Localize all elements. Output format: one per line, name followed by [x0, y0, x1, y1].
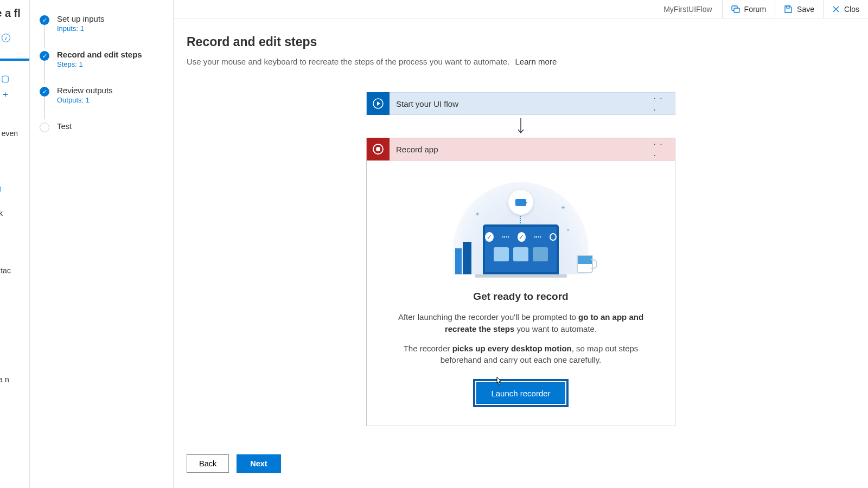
step-done-icon: ✓: [40, 15, 49, 25]
step-label: Review outputs: [57, 86, 113, 95]
step-connector: [44, 97, 45, 119]
next-button[interactable]: Next: [237, 454, 280, 473]
record-panel: ✦ ✦ • ✓✓ Get ready to record: [366, 160, 675, 426]
mini-icons: ▢ ＋: [0, 73, 30, 106]
play-icon: [367, 92, 390, 115]
text-fragment: email a n: [0, 375, 9, 384]
step-label: Record and edit steps: [57, 50, 142, 59]
grid-icon[interactable]: ▢: [1, 73, 30, 84]
step-pending-icon: [40, 123, 49, 132]
record-app-card[interactable]: Record app · · ·: [366, 138, 675, 160]
launch-focus-ring: Launch recorder: [473, 379, 568, 407]
step-sublabel[interactable]: Inputs: 1: [57, 24, 105, 33]
text-fragment: late i: [0, 184, 1, 194]
description-text: Use your mouse and keyboard to recreate …: [187, 57, 509, 66]
start-flow-card[interactable]: Start your UI flow · · ·: [366, 92, 675, 115]
step-test[interactable]: Test: [40, 121, 163, 148]
svg-point-5: [376, 147, 380, 151]
svg-rect-2: [787, 6, 789, 8]
close-icon: [832, 5, 840, 13]
record-illustration: ✦ ✦ • ✓✓: [442, 172, 599, 281]
back-button[interactable]: Back: [187, 454, 229, 473]
close-button[interactable]: Clos: [823, 0, 868, 18]
content-area: Record and edit steps Use your mouse and…: [174, 18, 868, 445]
camera-icon: [508, 190, 533, 215]
text-fragment: mail attac: [0, 266, 11, 275]
step-sublabel[interactable]: Steps: 1: [57, 60, 142, 68]
page-heading: Record and edit steps: [187, 35, 855, 49]
step-connector: [44, 25, 45, 48]
text-fragment: te work: [0, 209, 3, 217]
card-title: Record app: [396, 145, 438, 154]
step-label: Set up inputs: [57, 14, 105, 23]
step-inputs[interactable]: ✓ Set up inputs Inputs: 1: [40, 14, 163, 50]
main-panel: MyFirstUIFlow Forum Save Clos: [174, 0, 868, 488]
app-root: ake a fl i ▢ ＋ mated even late i te work…: [0, 0, 868, 488]
nav-left-partial: ake a fl i ▢ ＋ mated even late i te work…: [0, 0, 30, 488]
learn-more-link[interactable]: Learn more: [515, 57, 557, 66]
plus-icon[interactable]: ＋: [1, 89, 30, 100]
forum-label: Forum: [744, 5, 766, 14]
more-icon[interactable]: · · ·: [653, 93, 668, 115]
flow-canvas: Start your UI flow · · · Record app · · …: [366, 92, 675, 426]
topbar: MyFirstUIFlow Forum Save Clos: [174, 0, 868, 18]
text-fragment: mated even: [0, 129, 18, 138]
flow-arrow: [366, 115, 675, 138]
launch-recorder-button[interactable]: Launch recorder: [476, 382, 565, 404]
tab-underline: [0, 59, 30, 61]
save-label: Save: [797, 5, 814, 14]
card-title: Start your UI flow: [396, 99, 458, 108]
chat-icon: [731, 5, 740, 14]
more-icon[interactable]: · · ·: [653, 138, 668, 161]
step-sublabel[interactable]: Outputs: 1: [57, 96, 113, 104]
record-paragraph-2: The recorder picks up every desktop moti…: [388, 343, 653, 367]
save-button[interactable]: Save: [775, 0, 823, 18]
info-icon[interactable]: i: [2, 34, 10, 42]
info-icon[interactable]: i: [0, 185, 1, 194]
wizard-footer: Back Next: [174, 445, 868, 488]
close-label: Clos: [844, 5, 859, 14]
step-record[interactable]: ✓ Record and edit steps Steps: 1: [40, 50, 163, 86]
forum-button[interactable]: Forum: [722, 0, 775, 18]
flow-name: MyFirstUIFlow: [654, 5, 722, 14]
step-done-icon: ✓: [40, 51, 49, 61]
step-outputs[interactable]: ✓ Review outputs Outputs: 1: [40, 86, 163, 121]
save-icon: [784, 5, 793, 14]
step-done-icon: ✓: [40, 87, 49, 97]
step-label: Test: [57, 121, 72, 131]
step-connector: [44, 61, 45, 84]
page-description: Use your mouse and keyboard to recreate …: [187, 57, 855, 66]
record-paragraph-1: After launching the recorder you'll be p…: [388, 311, 653, 335]
stepper-sidebar: ✓ Set up inputs Inputs: 1 ✓ Record and e…: [30, 0, 174, 488]
record-title: Get ready to record: [388, 291, 653, 303]
page-title-fragment: ake a fl: [0, 7, 21, 20]
svg-rect-1: [734, 8, 739, 12]
record-icon: [367, 138, 390, 160]
